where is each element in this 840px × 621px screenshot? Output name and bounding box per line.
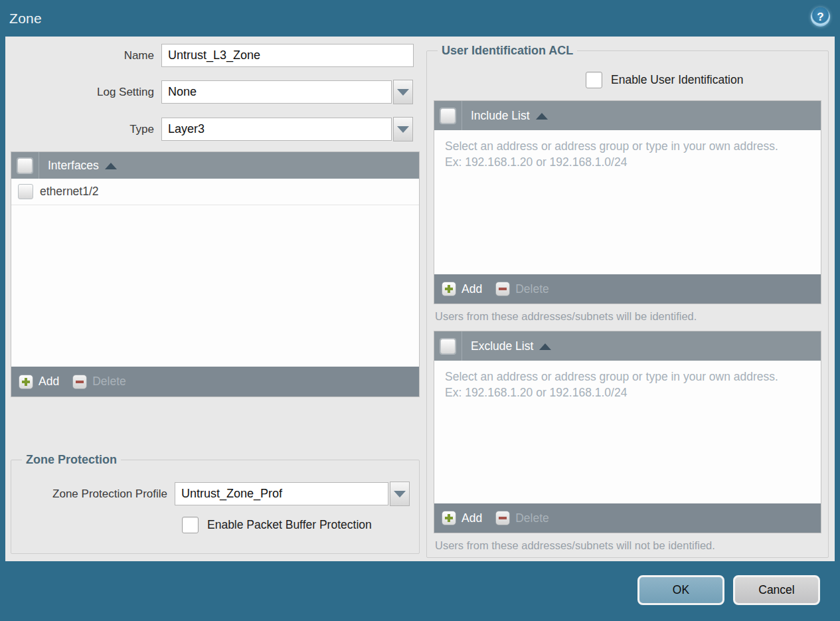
- log-setting-label: Log Setting: [11, 86, 161, 99]
- right-column: User Identification ACL Enable User Iden…: [426, 44, 829, 561]
- zone-protection-profile-input[interactable]: [175, 482, 388, 505]
- exclude-list-header[interactable]: Exclude List: [434, 331, 821, 361]
- exclude-list-placeholder: Select an address or address group or ty…: [434, 361, 806, 409]
- sort-ascending-icon: [105, 163, 117, 169]
- user-id-acl-fieldset: User Identification ACL Enable User Iden…: [426, 44, 829, 558]
- interfaces-header-label: Interfaces: [39, 159, 117, 173]
- exclude-selectall-cell: [434, 331, 462, 361]
- enable-user-id-label: Enable User Identification: [611, 73, 743, 87]
- log-setting-combo: [161, 80, 413, 104]
- enable-user-id-row: Enable User Identification: [586, 72, 821, 88]
- include-list-body: Select an address or address group or ty…: [434, 130, 821, 274]
- interfaces-selectall-checkbox[interactable]: [17, 158, 33, 173]
- interface-row-checkbox-cell: [11, 179, 39, 205]
- interface-row[interactable]: ethernet1/2: [11, 179, 419, 205]
- type-input[interactable]: [161, 118, 392, 141]
- interfaces-add-button[interactable]: Add: [19, 375, 59, 389]
- zone-protection-legend: Zone Protection: [22, 453, 121, 467]
- dialog-title: Zone: [9, 11, 42, 27]
- interfaces-toolbar: Add Delete: [11, 367, 419, 397]
- name-row: Name: [11, 44, 420, 67]
- zone-protection-profile-row: Zone Protection Profile: [18, 482, 412, 506]
- interfaces-selectall-cell: [11, 152, 39, 179]
- exclude-add-button[interactable]: Add: [442, 511, 482, 525]
- name-input[interactable]: [161, 44, 414, 67]
- include-delete-button[interactable]: Delete: [495, 282, 549, 296]
- add-plus-icon: [442, 511, 456, 525]
- dialog-titlebar: Zone ?: [0, 0, 840, 37]
- cancel-button[interactable]: Cancel: [733, 575, 820, 605]
- zone-protection-profile-combo: [175, 482, 410, 506]
- chevron-down-icon: [397, 126, 409, 133]
- log-setting-input[interactable]: [161, 80, 392, 104]
- enable-user-id-checkbox[interactable]: [586, 72, 602, 88]
- log-setting-dropdown-button[interactable]: [393, 80, 413, 104]
- packet-buffer-checkbox[interactable]: [182, 517, 199, 533]
- log-setting-row: Log Setting: [11, 80, 420, 104]
- name-label: Name: [11, 49, 161, 62]
- exclude-selectall-checkbox[interactable]: [440, 339, 456, 354]
- include-selectall-checkbox[interactable]: [440, 108, 456, 124]
- include-list-grid: Include List Select an address or addres…: [434, 100, 821, 304]
- zone-dialog-panel: Name Log Setting Type: [5, 37, 835, 561]
- delete-minus-icon: [495, 282, 510, 296]
- include-list-placeholder: Select an address or address group or ty…: [434, 130, 806, 179]
- interface-row-checkbox[interactable]: [18, 184, 33, 199]
- sort-ascending-icon: [536, 113, 548, 120]
- include-list-caption: Users from these addresses/subnets will …: [435, 310, 820, 323]
- packet-buffer-label: Enable Packet Buffer Protection: [207, 518, 372, 532]
- chevron-down-icon: [397, 89, 409, 96]
- zone-protection-profile-label: Zone Protection Profile: [18, 488, 175, 501]
- packet-buffer-row: Enable Packet Buffer Protection: [182, 517, 412, 533]
- interface-row-label: ethernet1/2: [39, 185, 99, 199]
- include-selectall-cell: [434, 101, 462, 130]
- include-add-button[interactable]: Add: [442, 282, 482, 296]
- add-plus-icon: [442, 282, 456, 296]
- type-combo: [161, 117, 413, 141]
- help-icon[interactable]: ?: [811, 7, 830, 27]
- interfaces-header[interactable]: Interfaces: [11, 152, 419, 179]
- exclude-list-toolbar: Add Delete: [434, 503, 821, 533]
- sort-ascending-icon: [539, 343, 551, 350]
- include-list-header-label: Include List: [462, 109, 548, 123]
- left-column: Name Log Setting Type: [11, 44, 420, 561]
- add-plus-icon: [19, 375, 33, 389]
- zone-protection-profile-dropdown-button[interactable]: [390, 482, 410, 506]
- exclude-list-body: Select an address or address group or ty…: [434, 361, 821, 503]
- type-row: Type: [11, 117, 420, 141]
- delete-minus-icon: [495, 511, 510, 525]
- user-id-acl-legend: User Identification ACL: [438, 44, 577, 58]
- dialog-footer: OK Cancel: [637, 575, 820, 605]
- include-list-header[interactable]: Include List: [434, 101, 821, 130]
- type-label: Type: [11, 123, 161, 136]
- exclude-list-grid: Exclude List Select an address or addres…: [434, 331, 821, 533]
- include-list-toolbar: Add Delete: [434, 274, 821, 304]
- ok-button[interactable]: OK: [637, 575, 724, 605]
- interfaces-grid: Interfaces ethernet1/2 Add: [11, 151, 420, 397]
- type-dropdown-button[interactable]: [393, 117, 413, 141]
- delete-minus-icon: [72, 375, 87, 389]
- exclude-list-caption: Users from these addresses/subnets will …: [435, 539, 820, 552]
- interfaces-body: ethernet1/2: [11, 179, 419, 367]
- chevron-down-icon: [394, 491, 406, 497]
- exclude-list-header-label: Exclude List: [462, 339, 551, 353]
- interfaces-delete-button[interactable]: Delete: [72, 375, 126, 389]
- exclude-delete-button[interactable]: Delete: [495, 511, 549, 525]
- zone-protection-fieldset: Zone Protection Zone Protection Profile …: [11, 453, 420, 554]
